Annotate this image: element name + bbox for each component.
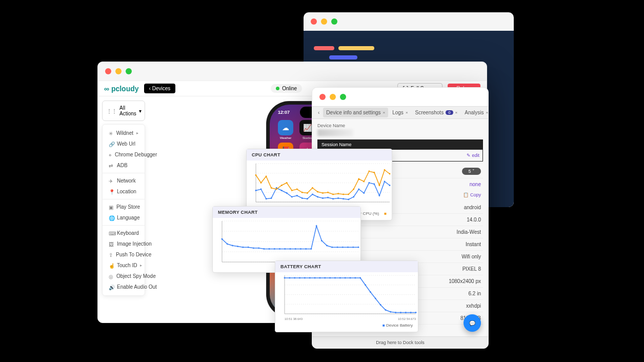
menu-item-enable-audio-out[interactable]: 🔊Enable Audio Out (103, 281, 145, 292)
svg-point-27 (358, 189, 359, 190)
svg-point-46 (317, 191, 318, 193)
svg-text:10:51 38.643: 10:51 38.643 (285, 317, 303, 320)
svg-point-45 (312, 187, 313, 189)
svg-point-42 (296, 189, 298, 190)
menu-item-location[interactable]: 📍Location (103, 186, 145, 197)
close-icon[interactable] (319, 94, 326, 100)
svg-point-36 (266, 176, 267, 177)
svg-point-55 (363, 181, 365, 183)
menu-item-push-to-device[interactable]: ⇪Push To Device (103, 249, 145, 260)
minimize-icon[interactable] (321, 18, 327, 25)
svg-point-126 (400, 312, 401, 313)
menu-item-play-store[interactable]: ▣Play Store (103, 202, 145, 212)
menu-icon: ⇄ (109, 163, 114, 168)
svg-point-22 (332, 198, 334, 199)
tab-logs[interactable]: Logs × (389, 108, 411, 117)
menu-item-wildnet[interactable]: ✳Wildnet (103, 128, 145, 138)
window-controls (312, 88, 488, 106)
tab-screenshots[interactable]: Screenshots 0 × (412, 108, 461, 117)
svg-point-14 (291, 196, 293, 198)
svg-point-77 (269, 248, 270, 250)
tabs-prev-icon[interactable]: ‹ (315, 109, 322, 116)
close-icon[interactable] (311, 18, 317, 25)
svg-point-48 (327, 192, 329, 193)
tab-close-icon[interactable]: × (486, 110, 488, 115)
svg-point-34 (255, 174, 257, 176)
svg-point-78 (274, 248, 275, 250)
menu-item-adb[interactable]: ⇄ADB (103, 160, 145, 171)
svg-point-70 (232, 245, 233, 247)
menu-item-chrome-debugger[interactable]: ⌖Chrome Debugger (103, 149, 145, 160)
svg-point-13 (286, 192, 288, 194)
maximize-icon[interactable] (126, 68, 132, 74)
window-controls (98, 62, 487, 81)
svg-point-128 (410, 312, 412, 313)
svg-point-84 (305, 248, 307, 250)
svg-point-88 (326, 245, 328, 247)
svg-point-105 (294, 277, 295, 279)
menu-item-object-spy-mode[interactable]: ◎Object Spy Mode (103, 271, 145, 281)
menu-item-keyboard[interactable]: ⌨Keyboard (103, 228, 145, 238)
svg-point-94 (358, 247, 359, 248)
svg-point-89 (331, 247, 333, 248)
svg-point-68 (222, 238, 223, 240)
svg-point-29 (368, 182, 370, 184)
svg-point-7 (255, 190, 257, 191)
battery-chart: 10:51 38.64310:52 54.673 (275, 272, 419, 321)
tab-analysis[interactable]: Analysis × (461, 108, 488, 117)
menu-item-touch-id[interactable]: ☝Touch ID (103, 260, 145, 271)
dock-footer[interactable]: Drag here to Dock tools (312, 336, 488, 348)
maximize-icon[interactable] (331, 18, 337, 25)
maximize-icon[interactable] (340, 94, 346, 100)
svg-point-74 (253, 247, 254, 249)
minimize-icon[interactable] (115, 68, 122, 74)
tab-close-icon[interactable]: × (383, 110, 386, 115)
menu-icon: ✈ (109, 178, 114, 184)
svg-point-50 (337, 193, 339, 194)
svg-point-54 (358, 178, 359, 180)
svg-point-12 (281, 190, 283, 191)
tab-device[interactable]: Device info and settings × (323, 108, 388, 117)
svg-point-23 (337, 197, 339, 199)
tab-close-icon[interactable]: × (406, 110, 408, 115)
svg-point-30 (373, 184, 375, 185)
svg-point-112 (329, 277, 331, 279)
menu-icon: ☝ (109, 263, 114, 268)
svg-point-109 (314, 277, 316, 279)
svg-point-120 (370, 291, 371, 293)
tools-tabs: ‹ Device info and settings ×Logs ×Screen… (312, 106, 488, 119)
svg-point-75 (258, 247, 259, 249)
svg-point-92 (347, 247, 349, 248)
svg-point-69 (227, 243, 228, 245)
menu-item-web-url[interactable]: 🔗Web Url (103, 138, 145, 149)
tab-close-icon[interactable]: × (455, 110, 458, 115)
menu-icon: 📍 (109, 189, 114, 194)
brand-logo: pcloudy (104, 85, 139, 93)
menu-item-language[interactable]: 🌐Language (103, 212, 145, 223)
app-weather[interactable]: ☁Weather (277, 120, 294, 139)
chat-bubble-icon[interactable]: 💬 (464, 314, 481, 332)
sidebar: ⋮⋮ All Actions ✳Wildnet🔗Web Url⌖Chrome D… (98, 96, 149, 323)
svg-point-111 (324, 277, 326, 279)
edit-session-link[interactable]: edit (467, 153, 479, 158)
battery-legend: Device Battery (275, 321, 418, 330)
svg-point-39 (281, 185, 283, 186)
svg-point-82 (295, 248, 296, 250)
all-actions-dropdown[interactable]: ⋮⋮ All Actions (102, 100, 145, 121)
svg-point-16 (301, 197, 303, 199)
svg-point-18 (312, 194, 313, 195)
close-icon[interactable] (105, 68, 111, 74)
svg-point-91 (342, 247, 344, 248)
svg-point-110 (319, 277, 321, 279)
back-devices-button[interactable]: Devices (144, 84, 176, 93)
svg-point-87 (321, 240, 323, 242)
svg-point-31 (379, 195, 380, 196)
menu-item-image-injection[interactable]: 🖼Image Injection (103, 238, 145, 249)
svg-point-25 (348, 199, 349, 200)
svg-point-56 (368, 171, 370, 172)
svg-point-121 (375, 298, 376, 299)
minimize-icon[interactable] (330, 94, 336, 100)
legend-item: Device Battery (383, 323, 413, 328)
menu-item-network[interactable]: ✈Network (103, 175, 145, 186)
svg-point-35 (260, 182, 262, 184)
